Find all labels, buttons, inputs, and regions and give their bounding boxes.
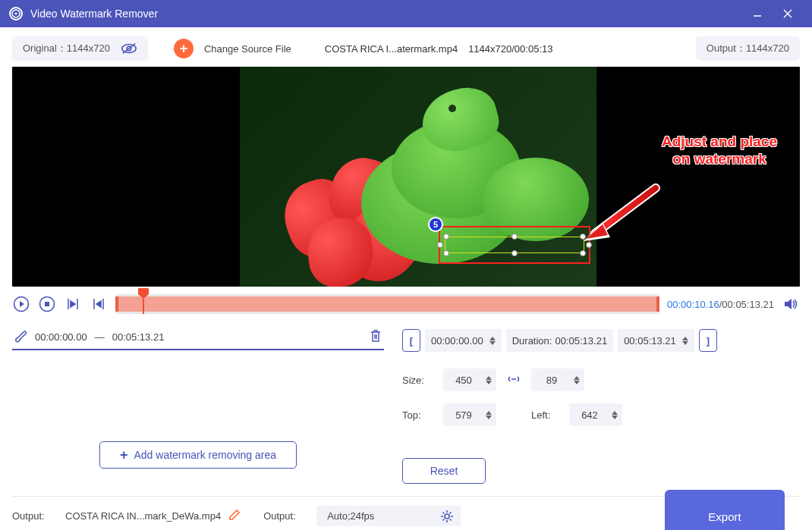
output-fmt-label: Output: [263, 510, 307, 522]
timeline-track[interactable] [115, 294, 659, 314]
top-label: Top: [402, 409, 433, 421]
size-label: Size: [402, 375, 433, 386]
end-time-input[interactable]: 00:05:13.21 [618, 329, 694, 352]
segments-panel: 00:00:00.00 — 00:05:13.21 + Add watermar… [12, 325, 384, 484]
segment-item[interactable]: 00:00:00.00 — 00:05:13.21 [12, 325, 384, 350]
reset-button[interactable]: Reset [402, 458, 486, 484]
gear-icon[interactable] [439, 509, 455, 526]
close-button[interactable] [773, 0, 803, 27]
set-end-button[interactable] [90, 295, 108, 313]
width-input[interactable]: 450 [443, 368, 496, 391]
video-preview[interactable]: 5 Adjust and place on watermark [12, 67, 800, 287]
add-source-button[interactable]: + [174, 39, 194, 58]
left-label: Left: [531, 409, 559, 421]
stop-button[interactable] [38, 295, 56, 313]
segment-end: 00:05:13.21 [112, 331, 165, 343]
annotation-arrow-icon [572, 180, 663, 249]
duration-input[interactable]: Duration:00:05:13.21 [506, 329, 613, 352]
brush-icon [14, 330, 27, 343]
app-title: Video Watermark Remover [30, 8, 742, 20]
output-name-label: Output: [12, 510, 56, 522]
svg-point-11 [445, 514, 449, 519]
source-filename: COSTA RICA I...atermark.mp4 [325, 43, 458, 55]
delete-segment-button[interactable] [369, 329, 382, 345]
start-time-input[interactable]: 00:00:00.00 [425, 329, 502, 352]
set-start-button[interactable] [64, 295, 82, 313]
volume-button[interactable] [782, 295, 800, 313]
annotation-text: Adjust and place on watermark [662, 133, 777, 168]
original-dims: Original：1144x720 [12, 36, 148, 61]
change-source-link[interactable]: Change Source File [204, 43, 291, 55]
link-dims-button[interactable] [507, 372, 521, 388]
playback-controls: 00:00:10.16/00:05:13.21 [12, 287, 800, 325]
top-input[interactable]: 579 [443, 403, 496, 426]
playback-time: 00:00:10.16/00:05:13.21 [667, 299, 774, 310]
minimize-button[interactable] [742, 0, 773, 27]
output-dims: Output：1144x720 [696, 36, 800, 61]
source-dims-time: 1144x720/00:05:13 [468, 43, 552, 55]
play-button[interactable] [12, 295, 30, 313]
output-name: COSTA RICA IN...mark_DeWa.mp4 [65, 510, 221, 522]
output-format-select[interactable]: Auto;24fps [316, 506, 461, 526]
set-out-button[interactable]: ] [699, 329, 717, 352]
left-input[interactable]: 642 [569, 403, 622, 426]
preview-toggle-icon[interactable] [121, 42, 137, 55]
height-input[interactable]: 89 [531, 368, 584, 391]
properties-panel: [ 00:00:00.00 Duration:00:05:13.21 00:05… [402, 325, 800, 484]
bottom-bar: Output: COSTA RICA IN...mark_DeWa.mp4 Ou… [12, 496, 800, 530]
timeline-playhead[interactable] [138, 288, 149, 314]
svg-rect-9 [45, 302, 49, 306]
segment-start: 00:00:00.00 [35, 331, 87, 343]
timeline-range[interactable] [115, 296, 659, 312]
set-in-button[interactable]: [ [402, 329, 420, 352]
add-area-button[interactable]: + Add watermark removing area [99, 441, 297, 469]
app-logo-icon [9, 7, 23, 20]
selection-badge: 5 [428, 217, 443, 232]
original-dims-label: Original：1144x720 [23, 42, 110, 55]
export-button[interactable]: Export [665, 490, 785, 530]
info-bar: Original：1144x720 + Change Source File C… [12, 35, 800, 62]
edit-name-button[interactable] [228, 509, 241, 523]
title-bar: Video Watermark Remover [0, 0, 812, 27]
watermark-selection-box[interactable] [439, 226, 590, 264]
